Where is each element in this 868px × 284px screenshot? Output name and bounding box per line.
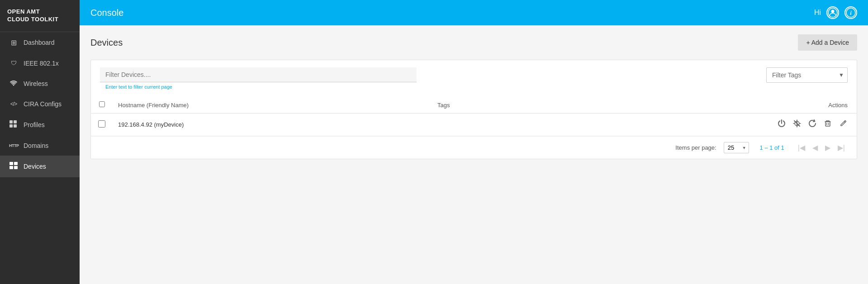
col-select <box>91 97 113 114</box>
dashboard-icon: ⊞ <box>9 38 18 47</box>
pagination-last-button[interactable]: ▶| <box>835 142 848 153</box>
add-device-button[interactable]: + Add a Device <box>798 34 857 51</box>
pagination-prev-button[interactable]: ◀ <box>810 142 821 153</box>
table-header-row: Hostname (Friendly Name) Tags Actions <box>91 97 857 114</box>
user-avatar-icon[interactable] <box>826 6 839 19</box>
sidebar-item-cira-configs[interactable]: </> CIRA Configs <box>0 94 80 114</box>
select-all-checkbox[interactable] <box>99 101 105 107</box>
filter-tags-wrapper: Filter Tags ▼ <box>766 67 848 83</box>
filter-input-wrapper: Enter text to filter current page <box>100 67 417 90</box>
svg-rect-0 <box>9 120 13 123</box>
sidebar-item-domains[interactable]: HTTP Domains <box>0 136 80 156</box>
delete-icon[interactable] <box>823 119 832 130</box>
sidebar-item-ieee8021x[interactable]: 🛡 IEEE 802.1x <box>0 53 80 73</box>
svg-text:i: i <box>850 9 852 16</box>
sidebar-item-dashboard[interactable]: ⊞ Dashboard <box>0 32 80 53</box>
table-header: Hostname (Friendly Name) Tags Actions <box>91 97 857 114</box>
svg-line-18 <box>844 122 845 123</box>
row-checkbox[interactable] <box>98 120 105 128</box>
row-actions <box>523 114 857 136</box>
items-per-page-select[interactable]: 10 25 50 100 <box>724 142 749 153</box>
svg-rect-2 <box>9 124 13 128</box>
pagination-next-button[interactable]: ▶ <box>822 142 833 153</box>
sidebar-item-profiles[interactable]: Profiles <box>0 114 80 136</box>
pagination-buttons: |◀ ◀ ▶ ▶| <box>795 142 848 153</box>
cira-icon: </> <box>9 101 18 107</box>
svg-rect-4 <box>9 162 13 165</box>
row-tags <box>432 114 523 136</box>
info-icon[interactable]: i <box>844 6 857 19</box>
svg-rect-1 <box>14 120 17 123</box>
action-icons <box>529 119 848 130</box>
sidebar-item-label-cira: CIRA Configs <box>24 100 62 108</box>
profiles-icon <box>9 120 18 129</box>
header-right: Hi i <box>814 6 857 19</box>
svg-rect-7 <box>14 166 18 169</box>
sidebar-nav: ⊞ Dashboard 🛡 IEEE 802.1x Wireless </> C… <box>0 32 80 284</box>
sidebar-item-label-domains: Domains <box>24 142 48 149</box>
devices-icon <box>9 162 18 171</box>
header-title: Console <box>90 8 123 18</box>
devices-table-card: Enter text to filter current page Filter… <box>90 60 857 159</box>
devices-table: Hostname (Friendly Name) Tags Actions 19… <box>91 97 857 136</box>
domains-icon: HTTP <box>9 143 18 148</box>
sidebar-item-label-wireless: Wireless <box>24 80 48 87</box>
col-tags: Tags <box>432 97 523 114</box>
pagination-range: 1 – 1 of 1 <box>756 144 788 151</box>
filter-hint: Enter text to filter current page <box>100 84 417 90</box>
svg-rect-15 <box>825 122 830 126</box>
top-header: Console Hi i <box>80 0 868 25</box>
filter-devices-input[interactable] <box>100 67 417 82</box>
edit-icon[interactable] <box>839 119 848 130</box>
refresh-icon[interactable] <box>808 119 817 130</box>
svg-rect-3 <box>14 124 17 128</box>
pagination-row: Items per page: 10 25 50 100 1 – 1 of 1 … <box>91 136 857 159</box>
page-title: Devices <box>90 38 123 48</box>
app-logo: OPEN AMT CLOUD TOOLKIT <box>0 0 80 32</box>
pagination-first-button[interactable]: |◀ <box>795 142 808 153</box>
table-body: 192.168.4.92 (myDevice) <box>91 114 857 136</box>
filter-tags-select[interactable]: Filter Tags <box>766 67 848 83</box>
sidebar-item-label-ieee8021x: IEEE 802.1x <box>24 60 59 67</box>
sidebar-item-wireless[interactable]: Wireless <box>0 73 80 94</box>
svg-rect-5 <box>14 162 18 165</box>
row-hostname: 192.168.4.92 (myDevice) <box>113 114 432 136</box>
col-actions: Actions <box>523 97 857 114</box>
items-per-page-wrapper: 10 25 50 100 <box>724 142 749 153</box>
wireless-icon <box>9 80 18 88</box>
shield-icon: 🛡 <box>9 60 18 66</box>
sidebar-item-label-dashboard: Dashboard <box>24 39 55 46</box>
row-select-cell <box>91 114 113 136</box>
page-header: Devices + Add a Device <box>90 34 857 51</box>
table-row: 192.168.4.92 (myDevice) <box>91 114 857 136</box>
filter-row: Enter text to filter current page Filter… <box>91 60 857 90</box>
sidebar: OPEN AMT CLOUD TOOLKIT ⊞ Dashboard 🛡 IEE… <box>0 0 80 284</box>
svg-rect-6 <box>9 166 13 169</box>
sleep-icon[interactable] <box>792 119 802 130</box>
col-hostname: Hostname (Friendly Name) <box>113 97 432 114</box>
page-content: Devices + Add a Device Enter text to fil… <box>80 25 868 284</box>
main-content: Console Hi i Devices + Add a Device <box>80 0 868 284</box>
items-per-page-label: Items per page: <box>675 144 716 151</box>
svg-point-9 <box>831 10 835 13</box>
power-icon[interactable] <box>777 119 786 130</box>
sidebar-item-label-profiles: Profiles <box>24 121 45 128</box>
sidebar-item-label-devices: Devices <box>24 163 46 170</box>
header-hi: Hi <box>814 9 821 17</box>
sidebar-item-devices[interactable]: Devices <box>0 156 80 177</box>
